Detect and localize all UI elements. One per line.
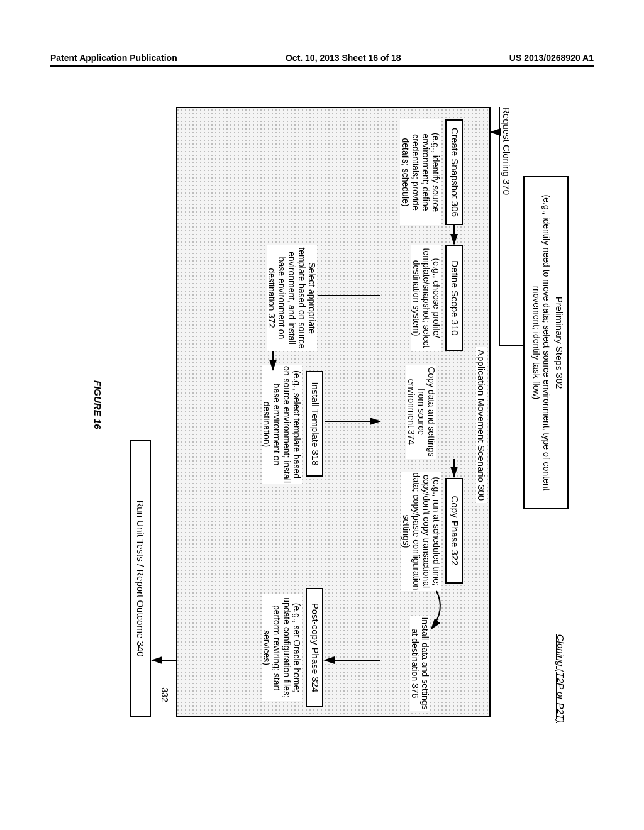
postcopy-phase-box: Post-copy Phase 324 — [306, 588, 323, 707]
define-scope-desc: (e.g., choose profile/ template/snapshot… — [411, 245, 441, 351]
header-left: Patent Application Publication — [50, 53, 177, 63]
header-center: Oct. 10, 2013 Sheet 16 of 18 — [286, 53, 401, 63]
figure-16-diagram: Cloning (T2P or P2T) Preliminary Steps 3… — [80, 94, 569, 729]
preliminary-steps-desc: (e.g., identify need to move data; selec… — [531, 181, 552, 504]
header-right: US 2013/0268920 A1 — [509, 53, 594, 63]
header-rule — [50, 65, 594, 67]
define-scope-box: Define Scope 310 — [445, 245, 463, 351]
run-unit-tests-box: Run Unit Tests / Report Outcome 340 — [130, 440, 151, 717]
select-template-label: Select appropriate template based on sou… — [267, 245, 317, 351]
create-snapshot-box: Create Snapshot 306 — [445, 119, 463, 225]
copy-phase-desc: (e.g., run at scheduled time; copy/don't… — [401, 472, 441, 591]
cloning-title: Cloning (T2P or P2T) — [555, 572, 566, 723]
scenario-label: Application Movement Scenario 300 — [476, 347, 487, 503]
create-snapshot-desc: (e.g., identify source environment; defi… — [400, 119, 441, 225]
install-template-desc: (e.g., select template based on source e… — [262, 365, 302, 484]
install-template-box: Install Template 318 — [306, 371, 323, 477]
copy-from-source-label: Copy data and settings from source envir… — [406, 365, 436, 459]
postcopy-phase-desc: (e.g., set Oracle home; update configura… — [262, 594, 302, 701]
copy-phase-box: Copy Phase 322 — [445, 478, 463, 584]
request-cloning-label: Request Cloning 370 — [501, 107, 512, 233]
application-movement-scenario-area: Application Movement Scenario 300 — [176, 107, 491, 717]
ref-332-label: 332 — [160, 679, 170, 711]
preliminary-steps-title: Preliminary Steps 302 — [554, 181, 565, 504]
preliminary-steps-box: Preliminary Steps 302 (e.g., identify ne… — [523, 176, 569, 509]
figure-16-container: Cloning (T2P or P2T) Preliminary Steps 3… — [80, 94, 569, 729]
install-dest-label: Install data and settings at destination… — [410, 616, 430, 711]
figure-caption: FIGURE 16 — [92, 380, 103, 429]
